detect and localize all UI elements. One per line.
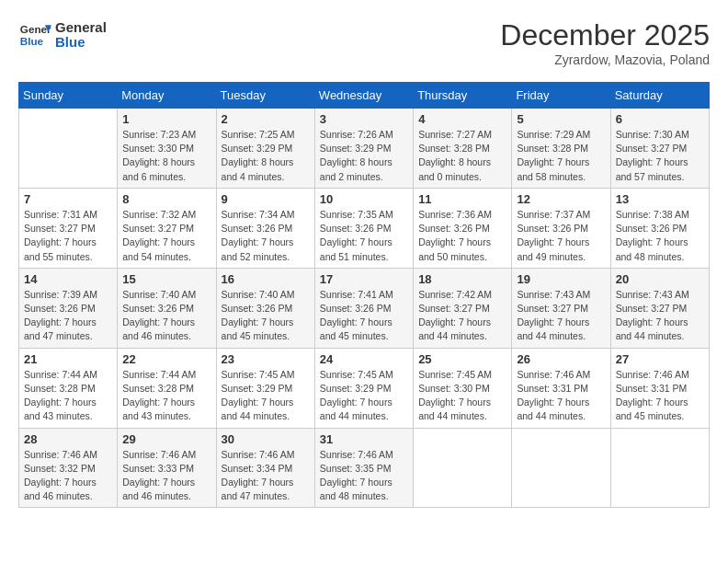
day-number: 15 (122, 272, 210, 286)
day-number: 17 (320, 272, 408, 286)
day-info: Sunrise: 7:46 AM Sunset: 3:34 PM Dayligh… (222, 448, 310, 504)
day-info: Sunrise: 7:40 AM Sunset: 3:26 PM Dayligh… (122, 288, 210, 344)
day-info: Sunrise: 7:46 AM Sunset: 3:31 PM Dayligh… (616, 368, 704, 424)
day-number: 26 (517, 352, 605, 366)
day-info: Sunrise: 7:35 AM Sunset: 3:26 PM Dayligh… (320, 208, 408, 264)
day-number: 12 (517, 192, 605, 206)
header-friday: Friday (512, 83, 610, 109)
day-number: 10 (320, 192, 408, 206)
calendar-cell: 4Sunrise: 7:27 AM Sunset: 3:28 PM Daylig… (414, 109, 512, 189)
calendar-cell: 16Sunrise: 7:40 AM Sunset: 3:26 PM Dayli… (216, 268, 314, 348)
day-info: Sunrise: 7:46 AM Sunset: 3:35 PM Dayligh… (320, 448, 408, 504)
calendar-cell: 13Sunrise: 7:38 AM Sunset: 3:26 PM Dayli… (610, 188, 709, 268)
header-wednesday: Wednesday (314, 83, 413, 109)
day-info: Sunrise: 7:30 AM Sunset: 3:27 PM Dayligh… (616, 128, 704, 184)
day-number: 6 (616, 112, 704, 126)
day-number: 19 (517, 272, 605, 286)
calendar-week-row: 1Sunrise: 7:23 AM Sunset: 3:30 PM Daylig… (19, 109, 710, 189)
day-number: 23 (222, 352, 310, 366)
day-info: Sunrise: 7:44 AM Sunset: 3:28 PM Dayligh… (122, 368, 210, 424)
day-info: Sunrise: 7:25 AM Sunset: 3:29 PM Dayligh… (222, 128, 310, 184)
calendar-cell: 23Sunrise: 7:45 AM Sunset: 3:29 PM Dayli… (216, 348, 314, 428)
day-info: Sunrise: 7:27 AM Sunset: 3:28 PM Dayligh… (418, 128, 506, 184)
day-info: Sunrise: 7:42 AM Sunset: 3:27 PM Dayligh… (418, 288, 506, 344)
calendar-cell: 9Sunrise: 7:34 AM Sunset: 3:26 PM Daylig… (216, 188, 314, 268)
day-info: Sunrise: 7:40 AM Sunset: 3:26 PM Dayligh… (222, 288, 310, 344)
calendar-cell: 24Sunrise: 7:45 AM Sunset: 3:29 PM Dayli… (314, 348, 413, 428)
calendar-cell: 21Sunrise: 7:44 AM Sunset: 3:28 PM Dayli… (19, 348, 118, 428)
calendar-week-row: 21Sunrise: 7:44 AM Sunset: 3:28 PM Dayli… (19, 348, 710, 428)
calendar-cell (414, 428, 512, 508)
calendar-header-row: SundayMondayTuesdayWednesdayThursdayFrid… (19, 83, 710, 109)
svg-text:General: General (20, 23, 51, 35)
day-info: Sunrise: 7:36 AM Sunset: 3:26 PM Dayligh… (418, 208, 506, 264)
day-info: Sunrise: 7:37 AM Sunset: 3:26 PM Dayligh… (517, 208, 605, 264)
location-subtitle: Zyrardow, Mazovia, Poland (500, 52, 710, 67)
day-info: Sunrise: 7:39 AM Sunset: 3:26 PM Dayligh… (24, 288, 112, 344)
calendar-cell: 29Sunrise: 7:46 AM Sunset: 3:33 PM Dayli… (118, 428, 216, 508)
day-number: 28 (24, 432, 112, 446)
day-info: Sunrise: 7:43 AM Sunset: 3:27 PM Dayligh… (517, 288, 605, 344)
month-title: December 2025 (500, 18, 710, 52)
calendar-cell: 8Sunrise: 7:32 AM Sunset: 3:27 PM Daylig… (118, 188, 216, 268)
day-number: 8 (122, 192, 210, 206)
day-info: Sunrise: 7:32 AM Sunset: 3:27 PM Dayligh… (122, 208, 210, 264)
day-number: 24 (320, 352, 408, 366)
day-number: 16 (222, 272, 310, 286)
calendar-cell: 10Sunrise: 7:35 AM Sunset: 3:26 PM Dayli… (314, 188, 413, 268)
calendar-cell: 7Sunrise: 7:31 AM Sunset: 3:27 PM Daylig… (19, 188, 118, 268)
day-number: 20 (616, 272, 704, 286)
calendar-cell: 5Sunrise: 7:29 AM Sunset: 3:28 PM Daylig… (512, 109, 610, 189)
calendar-week-row: 7Sunrise: 7:31 AM Sunset: 3:27 PM Daylig… (19, 188, 710, 268)
day-info: Sunrise: 7:31 AM Sunset: 3:27 PM Dayligh… (24, 208, 112, 264)
calendar-cell: 15Sunrise: 7:40 AM Sunset: 3:26 PM Dayli… (118, 268, 216, 348)
calendar-cell: 31Sunrise: 7:46 AM Sunset: 3:35 PM Dayli… (314, 428, 413, 508)
day-number: 27 (616, 352, 704, 366)
day-number: 3 (320, 112, 408, 126)
calendar-cell: 17Sunrise: 7:41 AM Sunset: 3:26 PM Dayli… (314, 268, 413, 348)
day-number: 9 (222, 192, 310, 206)
calendar-week-row: 14Sunrise: 7:39 AM Sunset: 3:26 PM Dayli… (19, 268, 710, 348)
header-tuesday: Tuesday (216, 83, 314, 109)
day-number: 7 (24, 192, 112, 206)
calendar-cell: 12Sunrise: 7:37 AM Sunset: 3:26 PM Dayli… (512, 188, 610, 268)
calendar-cell (512, 428, 610, 508)
day-number: 1 (122, 112, 210, 126)
calendar-cell: 25Sunrise: 7:45 AM Sunset: 3:30 PM Dayli… (414, 348, 512, 428)
header-thursday: Thursday (414, 83, 512, 109)
calendar-cell: 6Sunrise: 7:30 AM Sunset: 3:27 PM Daylig… (610, 109, 709, 189)
calendar-cell: 1Sunrise: 7:23 AM Sunset: 3:30 PM Daylig… (118, 109, 216, 189)
calendar-cell: 20Sunrise: 7:43 AM Sunset: 3:27 PM Dayli… (610, 268, 709, 348)
calendar-cell: 28Sunrise: 7:46 AM Sunset: 3:32 PM Dayli… (19, 428, 118, 508)
header-sunday: Sunday (19, 83, 118, 109)
calendar-cell (19, 109, 118, 189)
logo-general-text: General (55, 20, 107, 36)
day-number: 30 (222, 432, 310, 446)
day-info: Sunrise: 7:29 AM Sunset: 3:28 PM Dayligh… (517, 128, 605, 184)
page-header: General Blue General Blue December 2025 … (18, 18, 710, 67)
header-monday: Monday (118, 83, 216, 109)
day-info: Sunrise: 7:38 AM Sunset: 3:26 PM Dayligh… (616, 208, 704, 264)
calendar-week-row: 28Sunrise: 7:46 AM Sunset: 3:32 PM Dayli… (19, 428, 710, 508)
day-info: Sunrise: 7:41 AM Sunset: 3:26 PM Dayligh… (320, 288, 408, 344)
calendar-cell: 19Sunrise: 7:43 AM Sunset: 3:27 PM Dayli… (512, 268, 610, 348)
calendar-cell: 14Sunrise: 7:39 AM Sunset: 3:26 PM Dayli… (19, 268, 118, 348)
day-number: 14 (24, 272, 112, 286)
day-number: 4 (418, 112, 506, 126)
calendar-cell: 22Sunrise: 7:44 AM Sunset: 3:28 PM Dayli… (118, 348, 216, 428)
day-info: Sunrise: 7:45 AM Sunset: 3:29 PM Dayligh… (222, 368, 310, 424)
calendar-cell: 30Sunrise: 7:46 AM Sunset: 3:34 PM Dayli… (216, 428, 314, 508)
day-number: 31 (320, 432, 408, 446)
calendar-cell: 2Sunrise: 7:25 AM Sunset: 3:29 PM Daylig… (216, 109, 314, 189)
day-info: Sunrise: 7:45 AM Sunset: 3:30 PM Dayligh… (418, 368, 506, 424)
logo-blue-text: Blue (55, 35, 107, 51)
calendar-cell: 27Sunrise: 7:46 AM Sunset: 3:31 PM Dayli… (610, 348, 709, 428)
day-number: 5 (517, 112, 605, 126)
day-number: 21 (24, 352, 112, 366)
day-info: Sunrise: 7:44 AM Sunset: 3:28 PM Dayligh… (24, 368, 112, 424)
day-info: Sunrise: 7:23 AM Sunset: 3:30 PM Dayligh… (122, 128, 210, 184)
svg-text:Blue: Blue (20, 35, 44, 47)
day-number: 22 (122, 352, 210, 366)
day-number: 18 (418, 272, 506, 286)
day-info: Sunrise: 7:46 AM Sunset: 3:32 PM Dayligh… (24, 448, 112, 504)
